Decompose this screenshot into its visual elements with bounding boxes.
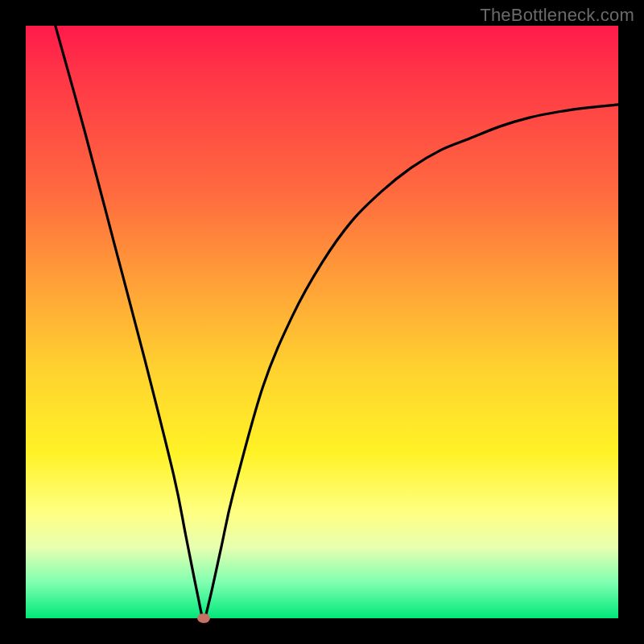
attribution-text: TheBottleneck.com: [480, 5, 634, 26]
optimal-point-marker: [197, 613, 210, 623]
chart-frame: TheBottleneck.com: [0, 0, 644, 644]
curve-path: [56, 26, 618, 618]
plot-area: [26, 26, 618, 618]
bottleneck-curve: [26, 26, 618, 618]
